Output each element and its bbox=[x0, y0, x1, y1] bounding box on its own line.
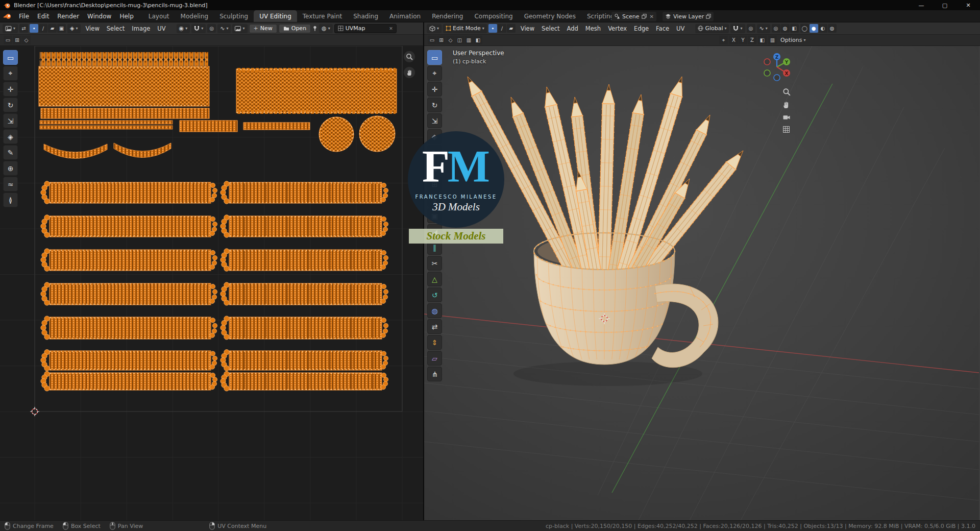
uv-island-pencil-strip[interactable] bbox=[41, 282, 217, 305]
close-button[interactable]: ✕ bbox=[957, 0, 980, 10]
uv-island-pencil-strip[interactable] bbox=[41, 181, 217, 204]
workspace-tab-animation[interactable]: Animation bbox=[384, 10, 426, 22]
uv-pinch-tool[interactable]: ≬ bbox=[3, 192, 18, 207]
sticky-selection-dropdown[interactable]: ◈▾ bbox=[67, 24, 80, 33]
vp-tool-setting-2-icon[interactable]: ◇ bbox=[446, 36, 455, 44]
snap-dropdown[interactable]: ▾ bbox=[191, 24, 206, 33]
transform-pivot-icon[interactable]: ⌖ bbox=[719, 36, 728, 44]
menu-help[interactable]: Help bbox=[115, 10, 137, 22]
options-dropdown[interactable]: Options▾ bbox=[778, 37, 807, 43]
vp-tool-setting-1-icon[interactable]: ⊞ bbox=[437, 36, 446, 44]
vp-smooth-tool[interactable]: ◍ bbox=[427, 303, 442, 318]
mirror-y-toggle[interactable]: Y bbox=[739, 36, 747, 44]
workspace-tab-modeling[interactable]: Modeling bbox=[175, 10, 214, 22]
uv-select-mode-1-icon[interactable]: ∕ bbox=[39, 24, 47, 33]
mesh-select-mode-2-icon[interactable]: ▰ bbox=[507, 24, 516, 33]
vp-rotate-tool[interactable]: ↻ bbox=[427, 98, 442, 112]
uv-island-pencil-strip[interactable] bbox=[41, 350, 217, 371]
editor-type-dropdown[interactable]: ▾ bbox=[427, 24, 442, 33]
menu-edit[interactable]: Edit bbox=[33, 10, 53, 22]
uv-canvas[interactable]: ▭⌖✛↻⇲◈✎⊕≈≬ bbox=[0, 46, 423, 520]
uv-island-pencil-strip[interactable] bbox=[41, 316, 217, 340]
uv-annotate-tool[interactable]: ✎ bbox=[3, 145, 18, 160]
new-image-button[interactable]: +New bbox=[249, 24, 277, 33]
vp-rip-region-tool[interactable]: ⋔ bbox=[427, 367, 442, 381]
workspace-tab-sculpting[interactable]: Sculpting bbox=[214, 10, 254, 22]
pivot-point-dropdown[interactable]: ◉▾ bbox=[177, 24, 190, 33]
vp-menu-view[interactable]: View bbox=[517, 22, 538, 34]
uv-island-pencil-strip[interactable] bbox=[220, 181, 388, 204]
uv-select-box-tool[interactable]: ▭ bbox=[3, 50, 18, 65]
uv-island-pencil-strip[interactable] bbox=[220, 215, 388, 237]
viewport-scene[interactable] bbox=[424, 46, 979, 520]
blender-menu-button[interactable] bbox=[0, 10, 15, 22]
vp-edge-slide-tool[interactable]: ⇄ bbox=[427, 319, 442, 334]
zoom-icon[interactable] bbox=[782, 88, 791, 96]
uv-menu-uv[interactable]: UV bbox=[154, 22, 169, 34]
vp-menu-edge[interactable]: Edge bbox=[630, 22, 652, 34]
uv-tool-setting-0-icon[interactable]: ▭ bbox=[4, 36, 12, 44]
shading-mode-2-icon[interactable]: ◐ bbox=[819, 24, 827, 33]
uv-grab-tool[interactable]: ⊕ bbox=[3, 161, 18, 176]
vp-menu-vertex[interactable]: Vertex bbox=[604, 22, 630, 34]
vp-menu-add[interactable]: Add bbox=[564, 22, 582, 34]
workspace-tab-shading[interactable]: Shading bbox=[348, 10, 384, 22]
zoom-icon[interactable] bbox=[404, 51, 415, 62]
snap-dropdown[interactable]: ▾ bbox=[730, 24, 745, 33]
shading-mode-0-icon[interactable]: ◯ bbox=[800, 24, 809, 33]
shading-mode-3-icon[interactable]: ◍ bbox=[828, 24, 837, 33]
workspace-tab-layout[interactable]: Layout bbox=[143, 10, 175, 22]
vp-menu-mesh[interactable]: Mesh bbox=[582, 22, 604, 34]
uv-select-mode-2-icon[interactable]: ▰ bbox=[48, 24, 57, 33]
uv-rotate-tool[interactable]: ↻ bbox=[3, 98, 18, 112]
proportional-editing-toggle[interactable]: ◎ bbox=[207, 24, 216, 33]
uv-island-pencil-strip[interactable] bbox=[220, 371, 388, 391]
uv-select-mode-3-icon[interactable]: ▣ bbox=[57, 24, 66, 33]
vp-scale-tool[interactable]: ⇲ bbox=[427, 113, 442, 128]
proportional-falloff-dropdown[interactable]: ∿▾ bbox=[757, 24, 770, 33]
transform-orientation-dropdown[interactable]: Global▾ bbox=[695, 24, 729, 33]
unlink-scene-icon[interactable]: ✕ bbox=[650, 14, 654, 19]
uv-island-pencil-strip[interactable] bbox=[41, 249, 217, 271]
maximize-button[interactable]: ▢ bbox=[933, 0, 957, 10]
uv-island-pencil-strip[interactable] bbox=[41, 215, 217, 237]
vp-spin-tool[interactable]: ↺ bbox=[427, 287, 442, 302]
uv-tool-setting-1-icon[interactable]: ⊞ bbox=[13, 36, 21, 44]
uv-island-pencil-strip[interactable] bbox=[220, 282, 388, 305]
vp-menu-select[interactable]: Select bbox=[538, 22, 563, 34]
uv-move-tool[interactable]: ✛ bbox=[3, 82, 18, 96]
camera-view-icon[interactable] bbox=[782, 114, 791, 120]
snap-toggle-icon[interactable]: ◧ bbox=[758, 36, 767, 44]
uv-canvas-surface[interactable] bbox=[0, 46, 423, 520]
uv-cursor-tool[interactable]: ⌖ bbox=[3, 66, 18, 81]
display-channels-dropdown[interactable]: ◍▾ bbox=[319, 24, 333, 33]
uv-menu-image[interactable]: Image bbox=[128, 22, 154, 34]
vp-shrink-fatten-tool[interactable]: ⇕ bbox=[427, 335, 442, 350]
uv-scale-tool[interactable]: ⇲ bbox=[3, 113, 18, 128]
pin-icon[interactable] bbox=[312, 25, 317, 32]
vp-poly-build-tool[interactable]: △ bbox=[427, 272, 442, 286]
overlay-toggle-2-icon[interactable]: ◧ bbox=[790, 24, 799, 33]
new-view-layer-icon[interactable] bbox=[706, 14, 711, 19]
mesh-select-mode-1-icon[interactable]: ∕ bbox=[498, 24, 506, 33]
workspace-tab-uv-editing[interactable]: UV Editing bbox=[254, 10, 297, 22]
workspace-tab-texture-paint[interactable]: Texture Paint bbox=[297, 10, 348, 22]
vp-cursor-tool[interactable]: ⌖ bbox=[427, 66, 442, 81]
mesh-filter-icon[interactable]: ▥ bbox=[768, 36, 777, 44]
uv-transform-tool[interactable]: ◈ bbox=[3, 129, 18, 144]
workspace-tab-geometry-nodes[interactable]: Geometry Nodes bbox=[519, 10, 581, 22]
uv-island-pencil-strip[interactable] bbox=[220, 350, 388, 371]
vp-tool-setting-3-icon[interactable]: ◫ bbox=[455, 36, 464, 44]
vp-shear-tool[interactable]: ▱ bbox=[427, 351, 442, 366]
pan-hand-icon[interactable] bbox=[404, 67, 415, 78]
editor-type-dropdown[interactable]: ▾ bbox=[3, 24, 18, 33]
open-image-button[interactable]: Open bbox=[279, 24, 311, 33]
overlay-toggle-1-icon[interactable]: ◍ bbox=[781, 24, 790, 33]
viewport-canvas[interactable]: User Perspective (1) cp-black ▭⌖✛↻⇲◈✎∡⊞⇧… bbox=[424, 46, 980, 520]
vp-knife-tool[interactable]: ✂ bbox=[427, 256, 442, 271]
proportional-editing-toggle[interactable]: ◎ bbox=[747, 24, 755, 33]
uv-relax-tool[interactable]: ≈ bbox=[3, 177, 18, 191]
overlay-toggle-0-icon[interactable]: ◎ bbox=[772, 24, 780, 33]
vp-move-tool[interactable]: ✛ bbox=[427, 82, 442, 96]
mirror-z-toggle[interactable]: Z bbox=[748, 36, 756, 44]
